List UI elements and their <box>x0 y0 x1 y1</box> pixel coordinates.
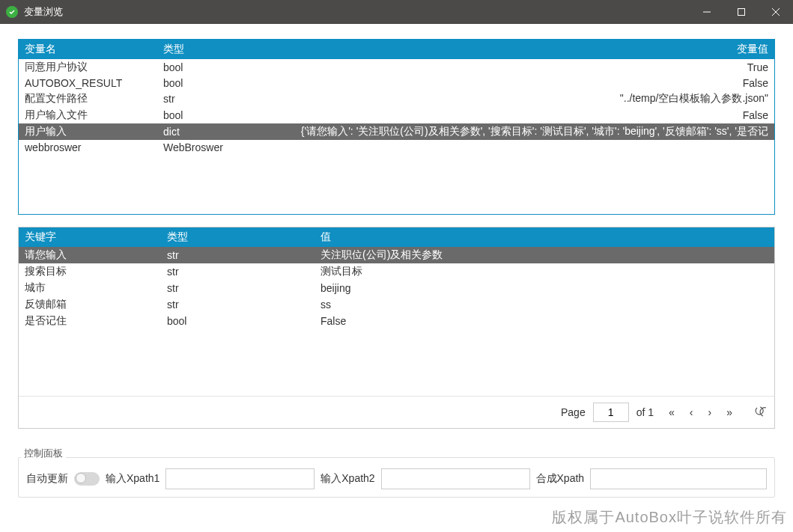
auto-update-label: 自动更新 <box>26 472 68 486</box>
pager: Page of 1 « ‹ › » <box>19 396 774 428</box>
cell-key: 请您输入 <box>19 247 161 263</box>
refresh-button[interactable] <box>753 406 767 419</box>
table-row[interactable]: 搜索目标str测试目标 <box>19 263 774 280</box>
cell-name: AUTOBOX_RESULT <box>19 76 157 91</box>
detail-table[interactable]: 关键字 类型 值 请您输入str关注职位(公司)及相关参数搜索目标str测试目标… <box>19 227 774 329</box>
cell-value: True <box>251 59 774 76</box>
minimize-button[interactable] <box>690 0 724 24</box>
cell-name: 同意用户协议 <box>19 59 157 76</box>
cell-value: False <box>315 313 468 329</box>
titlebar: 变量浏览 <box>0 0 793 24</box>
cell-name: 用户输入 <box>19 123 157 140</box>
cell-type: bool <box>157 76 251 91</box>
cell-value: False <box>251 76 774 91</box>
table-row[interactable]: 用户输入文件boolFalse <box>19 107 774 123</box>
cell-value: 关注职位(公司)及相关参数 <box>315 247 468 263</box>
cell-value: 测试目标 <box>315 263 468 280</box>
svg-rect-1 <box>738 9 745 16</box>
close-button[interactable] <box>759 0 793 24</box>
cell-type: bool <box>157 107 251 123</box>
cell-name: 配置文件路径 <box>19 91 157 107</box>
cell-type: bool <box>161 313 315 329</box>
cell-type: str <box>161 263 315 280</box>
cell-type: dict <box>157 123 251 140</box>
cell-value: "../temp/空白模板输入参数.json" <box>251 91 774 107</box>
table-row[interactable]: 反馈邮箱strss <box>19 296 774 313</box>
col-value[interactable]: 变量值 <box>251 40 774 59</box>
cell-key: 是否记住 <box>19 313 161 329</box>
maximize-button[interactable] <box>724 0 759 24</box>
control-panel-label: 控制面板 <box>21 447 66 460</box>
app-icon <box>6 6 18 18</box>
xpath-merge-input[interactable] <box>590 468 767 489</box>
table-row[interactable]: 用户输入dict{'请您输入': '关注职位(公司)及相关参数', '搜索目标'… <box>19 123 774 140</box>
last-page-button[interactable]: » <box>723 405 735 420</box>
cell-key: 反馈邮箱 <box>19 296 161 313</box>
table-row[interactable]: 配置文件路径str"../temp/空白模板输入参数.json" <box>19 91 774 107</box>
page-of-label: of 1 <box>636 406 654 418</box>
cell-value: ss <box>315 296 468 313</box>
col-type[interactable]: 类型 <box>161 227 315 247</box>
xpath-merge-label: 合成Xpath <box>536 472 585 486</box>
cell-value: beijing <box>315 280 468 296</box>
prev-page-button[interactable]: ‹ <box>687 405 696 420</box>
cell-type: str <box>157 91 251 107</box>
cell-type: bool <box>157 59 251 76</box>
cell-name: webbroswer <box>19 140 157 155</box>
next-page-button[interactable]: › <box>705 405 715 420</box>
variables-table-panel: 变量名 类型 变量值 同意用户协议boolTrueAUTOBOX_RESULTb… <box>18 39 775 215</box>
table-row[interactable]: AUTOBOX_RESULTboolFalse <box>19 76 774 91</box>
cell-value <box>251 140 774 155</box>
cell-key: 搜索目标 <box>19 263 161 280</box>
cell-type: str <box>161 296 315 313</box>
cell-key: 城市 <box>19 280 161 296</box>
table-row[interactable]: 城市strbeijing <box>19 280 774 296</box>
xpath1-label: 输入Xpath1 <box>106 472 159 486</box>
xpath2-input[interactable] <box>381 468 530 489</box>
col-name[interactable]: 变量名 <box>19 40 157 59</box>
cell-type: str <box>161 247 315 263</box>
table-row[interactable]: 同意用户协议boolTrue <box>19 59 774 76</box>
detail-panel: 关键字 类型 值 请您输入str关注职位(公司)及相关参数搜索目标str测试目标… <box>18 227 775 429</box>
cell-name: 用户输入文件 <box>19 107 157 123</box>
window-title: 变量浏览 <box>24 5 690 19</box>
page-label: Page <box>561 406 586 418</box>
cell-type: str <box>161 280 315 296</box>
col-type[interactable]: 类型 <box>157 40 251 59</box>
first-page-button[interactable]: « <box>666 405 678 420</box>
xpath1-input[interactable] <box>165 468 315 489</box>
table-row[interactable]: 请您输入str关注职位(公司)及相关参数 <box>19 247 774 263</box>
cell-value: {'请您输入': '关注职位(公司)及相关参数', '搜索目标': '测试目标'… <box>251 123 774 140</box>
cell-type: WebBroswer <box>157 140 251 155</box>
col-key[interactable]: 关键字 <box>19 227 161 247</box>
auto-update-toggle[interactable] <box>74 472 100 486</box>
cell-value: False <box>251 107 774 123</box>
col-value[interactable]: 值 <box>315 227 468 247</box>
xpath2-label: 输入Xpath2 <box>320 472 374 486</box>
table-row[interactable]: webbroswerWebBroswer <box>19 140 774 155</box>
table-row[interactable]: 是否记住boolFalse <box>19 313 774 329</box>
control-panel: 控制面板 自动更新 输入Xpath1 输入Xpath2 合成Xpath <box>18 441 775 498</box>
page-input[interactable] <box>593 403 629 422</box>
variables-table[interactable]: 变量名 类型 变量值 同意用户协议boolTrueAUTOBOX_RESULTb… <box>19 40 774 155</box>
